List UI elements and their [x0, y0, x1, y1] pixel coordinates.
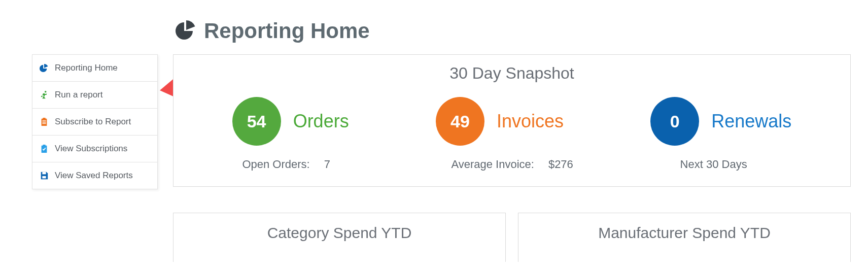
stat-orders-sub-label: Open Orders:	[242, 158, 309, 171]
snapshot-stats-row: 54 Orders 49 Invoices 0 Renewals	[173, 88, 850, 149]
page-title: Reporting Home	[204, 19, 370, 43]
clipboard-icon	[39, 117, 50, 126]
stat-orders-sub-value: 7	[324, 158, 344, 171]
stat-renewals-sub: Next 30 Days	[680, 158, 782, 171]
snapshot-panel: 30 Day Snapshot 54 Orders 49 Invoices 0 …	[173, 54, 851, 187]
svg-rect-5	[42, 123, 46, 124]
panel-manufacturer-spend: Manufacturer Spend YTD	[518, 213, 851, 262]
snapshot-sub-row: Open Orders: 7 Average Invoice: $276 Nex…	[173, 149, 850, 171]
sidebar-item-reporting-home[interactable]: Reporting Home	[32, 55, 157, 82]
stat-renewals-sub-label: Next 30 Days	[680, 158, 747, 171]
sidebar-item-view-saved-reports[interactable]: View Saved Reports	[32, 162, 157, 189]
svg-rect-2	[43, 118, 45, 120]
svg-rect-3	[42, 120, 46, 121]
panel-category-spend: Category Spend YTD	[173, 213, 506, 262]
stat-orders-label: Orders	[293, 111, 349, 132]
svg-rect-9	[42, 176, 46, 179]
page-header: Reporting Home	[176, 19, 370, 43]
stat-invoices-sub: Average Invoice: $276	[451, 158, 573, 171]
panel-manufacturer-spend-title: Manufacturer Spend YTD	[598, 224, 771, 241]
sidebar-item-label: Subscribe to Report	[55, 117, 131, 127]
stat-orders-count: 54	[232, 97, 281, 146]
stat-orders-sub: Open Orders: 7	[242, 158, 344, 171]
sidebar-item-label: Run a report	[55, 90, 103, 100]
sidebar-item-run-report[interactable]: Run a report	[32, 82, 157, 109]
sidebar-item-label: View Saved Reports	[55, 171, 133, 181]
stat-renewals-count: 0	[650, 97, 699, 146]
svg-point-0	[45, 91, 47, 93]
save-icon	[39, 171, 50, 180]
stat-renewals: 0 Renewals	[650, 97, 791, 146]
svg-rect-8	[42, 172, 46, 175]
stat-renewals-label: Renewals	[711, 111, 791, 132]
stat-invoices-sub-value: $276	[548, 158, 573, 171]
panel-category-spend-title: Category Spend YTD	[267, 224, 412, 241]
clipboard-check-icon	[39, 144, 50, 153]
svg-rect-4	[42, 122, 46, 122]
sidebar-item-view-subscriptions[interactable]: View Subscriptions	[32, 136, 157, 162]
stat-orders: 54 Orders	[232, 97, 349, 146]
sidebar: Reporting Home Run a report Subscribe to…	[32, 54, 158, 189]
stat-invoices-count: 49	[436, 97, 484, 146]
pie-chart-icon	[39, 63, 50, 73]
running-person-icon	[39, 90, 50, 99]
bottom-panels: Category Spend YTD Manufacturer Spend YT…	[173, 213, 851, 262]
sidebar-item-label: View Subscriptions	[55, 144, 127, 154]
sidebar-item-label: Reporting Home	[55, 63, 118, 73]
stat-invoices: 49 Invoices	[436, 97, 564, 146]
stat-invoices-label: Invoices	[497, 111, 564, 132]
stat-invoices-sub-label: Average Invoice:	[451, 158, 534, 171]
pie-chart-icon	[176, 19, 197, 43]
snapshot-title: 30 Day Snapshot	[173, 55, 850, 88]
svg-rect-7	[43, 145, 45, 147]
sidebar-item-subscribe-report[interactable]: Subscribe to Report	[32, 109, 157, 136]
